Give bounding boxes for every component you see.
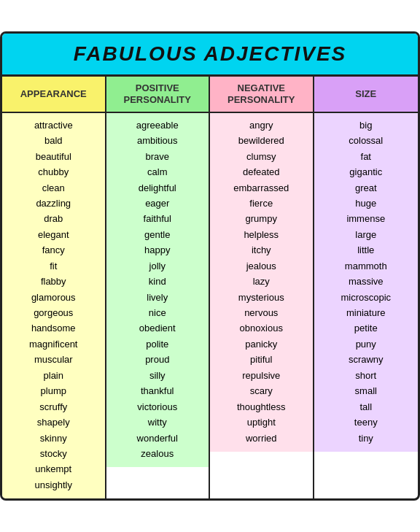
col-header-appearance: APPEARANCE (2, 77, 105, 113)
list-item: panicky (213, 336, 310, 352)
list-item: magnificent (5, 336, 102, 352)
list-item: miniature (317, 305, 416, 320)
list-item: tiny (317, 431, 416, 446)
list-item: mysterious (213, 290, 310, 305)
list-item: obedient (109, 320, 206, 336)
list-item: repulsive (213, 368, 310, 383)
list-item: clumsy (213, 149, 310, 164)
list-item: uptight (213, 415, 310, 430)
list-item: lively (109, 290, 206, 305)
col-appearance: APPEARANCEattractivebaldbeautifulchubbyc… (2, 77, 106, 499)
list-item: embarrassed (213, 180, 310, 196)
list-item: gorgeous (5, 305, 102, 320)
list-item: puny (317, 336, 416, 352)
list-item: beautiful (5, 149, 102, 164)
list-item: zealous (109, 446, 206, 461)
list-item: worried (213, 431, 310, 446)
list-item: defeated (213, 164, 310, 180)
list-item: unsightly (5, 477, 102, 493)
list-item: microscopic (317, 290, 416, 305)
list-item: gigantic (317, 164, 416, 180)
list-item: teeny (317, 415, 416, 430)
col-size: SIZEbigcolossalfatgiganticgreathugeimmen… (314, 77, 419, 499)
list-item: scrawny (317, 352, 416, 367)
list-item: scruffy (5, 399, 102, 415)
list-item: fierce (213, 196, 310, 211)
list-item: attractive (5, 117, 102, 133)
list-item: polite (109, 336, 206, 352)
list-item: nervous (213, 305, 310, 320)
list-item: skinny (5, 431, 102, 446)
list-item: faithful (109, 211, 206, 226)
list-item: angry (213, 117, 310, 133)
col-body-negative: angrybewilderedclumsydefeatedembarrassed… (210, 113, 313, 452)
col-negative: NEGATIVE PERSONALITYangrybewilderedclums… (210, 77, 314, 499)
list-item: fat (317, 149, 416, 164)
list-item: drab (5, 211, 102, 226)
list-item: ambitious (109, 133, 206, 148)
list-item: muscular (5, 352, 102, 367)
list-item: plump (5, 383, 102, 398)
list-item: scary (213, 383, 310, 398)
list-item: proud (109, 352, 206, 367)
list-item: elegant (5, 227, 102, 242)
main-card: FABULOUS ADJECTIVES APPEARANCEattractive… (0, 31, 420, 501)
page-title: FABULOUS ADJECTIVES (8, 42, 412, 66)
list-item: jolly (109, 258, 206, 274)
list-item: massive (317, 274, 416, 289)
list-item: clean (5, 180, 102, 196)
list-item: stocky (5, 446, 102, 461)
list-item: jealous (213, 258, 310, 274)
list-item: brave (109, 149, 206, 164)
list-item: bewildered (213, 133, 310, 148)
list-item: large (317, 227, 416, 242)
list-item: dazzling (5, 196, 102, 211)
list-item: nice (109, 305, 206, 320)
list-item: plain (5, 368, 102, 383)
list-item: immense (317, 211, 416, 226)
col-header-positive: POSITIVE PERSONALITY (106, 77, 209, 113)
list-item: small (317, 383, 416, 398)
list-item: little (317, 242, 416, 258)
list-item: witty (109, 415, 206, 430)
col-body-positive: agreeableambitiousbravecalmdelightfuleag… (106, 113, 209, 468)
list-item: fit (5, 258, 102, 274)
col-header-negative: NEGATIVE PERSONALITY (210, 77, 313, 113)
list-item: calm (109, 164, 206, 180)
list-item: chubby (5, 164, 102, 180)
list-item: itchy (213, 242, 310, 258)
list-item: huge (317, 196, 416, 211)
list-item: short (317, 368, 416, 383)
list-item: silly (109, 368, 206, 383)
col-body-size: bigcolossalfatgiganticgreathugeimmensela… (314, 113, 419, 452)
list-item: pitiful (213, 352, 310, 367)
list-item: unkempt (5, 461, 102, 477)
col-header-size: SIZE (314, 77, 419, 113)
list-item: big (317, 117, 416, 133)
list-item: victorious (109, 399, 206, 415)
list-item: mammoth (317, 258, 416, 274)
col-positive: POSITIVE PERSONALITYagreeableambitiousbr… (106, 77, 211, 499)
list-item: tall (317, 399, 416, 415)
list-item: fancy (5, 242, 102, 258)
list-item: handsome (5, 320, 102, 336)
list-item: grumpy (213, 211, 310, 226)
title-bar: FABULOUS ADJECTIVES (2, 34, 418, 77)
list-item: agreeable (109, 117, 206, 133)
list-item: eager (109, 196, 206, 211)
list-item: kind (109, 274, 206, 289)
list-item: great (317, 180, 416, 196)
list-item: glamorous (5, 290, 102, 305)
list-item: colossal (317, 133, 416, 148)
list-item: petite (317, 320, 416, 336)
list-item: happy (109, 242, 206, 258)
list-item: obnoxious (213, 320, 310, 336)
list-item: bald (5, 133, 102, 148)
columns-container: APPEARANCEattractivebaldbeautifulchubbyc… (2, 77, 418, 499)
list-item: delightful (109, 180, 206, 196)
list-item: lazy (213, 274, 310, 289)
list-item: thoughtless (213, 399, 310, 415)
list-item: thankful (109, 383, 206, 398)
list-item: shapely (5, 415, 102, 430)
list-item: gentle (109, 227, 206, 242)
